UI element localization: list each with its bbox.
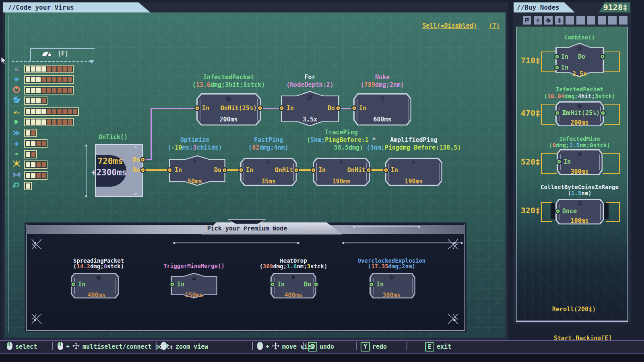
hud-mode-key[interactable]: [F] — [58, 50, 68, 57]
node-sub-traceping-2: 56,5dmg) — [334, 144, 363, 151]
port-out-do[interactable] — [141, 158, 145, 162]
node-time: 100ms — [570, 217, 588, 224]
for-flag-icon — [577, 47, 582, 52]
port-label-do: Do — [328, 105, 335, 112]
chevrons-icon: ≫ — [12, 129, 21, 137]
port-in[interactable] — [556, 210, 560, 213]
wire-yellow — [143, 169, 170, 171]
stat-bar — [24, 118, 74, 126]
mouse-left-icon — [6, 341, 13, 352]
port-label-in: In — [246, 167, 253, 174]
stat-row — [12, 160, 47, 169]
wire-yellow — [296, 169, 314, 171]
plus-sign: + — [266, 343, 269, 350]
price-bracket — [604, 104, 620, 125]
port-in[interactable] — [168, 169, 172, 172]
tab-for-nodes[interactable] — [523, 16, 531, 25]
stat-bar — [24, 107, 79, 116]
mine-icon — [191, 276, 197, 280]
port-out-onhit[interactable] — [295, 169, 298, 172]
virus-icon — [96, 275, 101, 280]
port-out-onhit[interactable] — [367, 169, 371, 172]
virus-icon — [577, 152, 582, 157]
node-time: 300ms — [570, 168, 588, 175]
port-label-onhit: OnHit — [275, 167, 293, 174]
node-time: 200ms — [219, 116, 237, 123]
hint-label: exit — [437, 343, 451, 350]
node-title-infectedpacket: InfectedPacket — [203, 74, 254, 81]
wire-purple — [151, 108, 152, 160]
port-label-in: In — [177, 281, 184, 288]
tab-empty[interactable] — [608, 16, 617, 25]
port-label-in: In — [78, 281, 85, 288]
stat-row: ♥ — [12, 117, 74, 126]
corner-ornament-icon — [31, 314, 42, 324]
port-in[interactable] — [556, 111, 559, 115]
sell-link[interactable]: Sell(=Disabled) — [422, 22, 477, 29]
port-out-onhit[interactable] — [601, 111, 605, 115]
port-label-in: In — [202, 105, 209, 112]
node-time: 400ms — [284, 292, 302, 299]
heart-icon: ♥ — [12, 117, 21, 126]
gauge-icon — [12, 107, 21, 115]
tab-empty[interactable] — [576, 16, 585, 25]
chevron-down-icon[interactable] — [89, 60, 94, 64]
tab-empty[interactable] — [598, 16, 606, 25]
port-out-do[interactable] — [336, 107, 340, 110]
hint-select: select — [6, 341, 37, 353]
node-title-amplifiedping: AmplifiedPing — [390, 136, 437, 144]
hud-divider — [12, 61, 91, 62]
port-label-in: In — [564, 158, 571, 165]
tab-empty[interactable] — [619, 16, 627, 25]
hint-multiselect: + multiselect/connect port — [57, 341, 170, 353]
tab-ping-nodes[interactable] — [534, 16, 542, 25]
port-in[interactable] — [280, 107, 284, 110]
stat-bar — [24, 160, 47, 169]
help-link[interactable]: (?) — [489, 22, 500, 29]
corner-ornament-icon — [31, 239, 42, 249]
tab-empty[interactable] — [587, 16, 595, 25]
tab-sort[interactable]: ‡ — [555, 16, 564, 25]
port-in[interactable] — [384, 169, 388, 172]
hint-undo: Z undo — [308, 341, 334, 353]
mouse-cursor-icon — [1, 57, 6, 66]
port-in[interactable] — [370, 283, 374, 286]
main-title: //Code your Virus — [8, 4, 74, 11]
port-in[interactable] — [171, 283, 174, 286]
wire-purple — [151, 108, 198, 109]
port-in[interactable] — [557, 160, 561, 164]
port-in[interactable] — [312, 169, 316, 172]
game-screen: //Code your Virus Sell(=Disabled) (?) [F… — [0, 0, 644, 362]
port-out-do[interactable] — [223, 169, 227, 172]
port-label-do: Do — [133, 167, 140, 174]
move-cross-icon — [72, 342, 80, 352]
port-in[interactable] — [239, 169, 243, 172]
node-multiplier: 3,5x — [303, 116, 317, 123]
port-in[interactable] — [353, 107, 356, 110]
node-time: 190ms — [405, 178, 423, 185]
stat-row: ⊕ — [12, 75, 74, 84]
port-out-do[interactable] — [314, 283, 318, 286]
separator — [303, 342, 304, 350]
port-in[interactable] — [72, 283, 75, 286]
node-time: 300ms — [382, 292, 400, 299]
stat-bar — [24, 86, 74, 95]
hint-label: multiselect/connect port — [83, 343, 170, 350]
tab-empty[interactable] — [566, 16, 574, 25]
port-in[interactable] — [555, 55, 559, 59]
gauge-icon — [41, 51, 52, 57]
hint-move-view: + move view — [257, 341, 315, 353]
port-out-onhit[interactable] — [258, 107, 262, 110]
port-out-do[interactable] — [141, 169, 145, 172]
reroll-button[interactable]: Reroll(200‡) — [552, 306, 596, 313]
lightning-icon — [339, 160, 344, 166]
port-label-in: In — [175, 167, 182, 174]
port-label-do: Do — [214, 167, 221, 174]
port-in[interactable] — [555, 66, 559, 70]
port-in[interactable] — [196, 107, 199, 110]
tab-virus-nodes[interactable] — [544, 16, 553, 25]
port-in[interactable] — [271, 283, 275, 286]
node-title-for: For — [304, 74, 315, 81]
port-out-do[interactable] — [601, 55, 605, 59]
wire-yellow — [369, 169, 386, 171]
